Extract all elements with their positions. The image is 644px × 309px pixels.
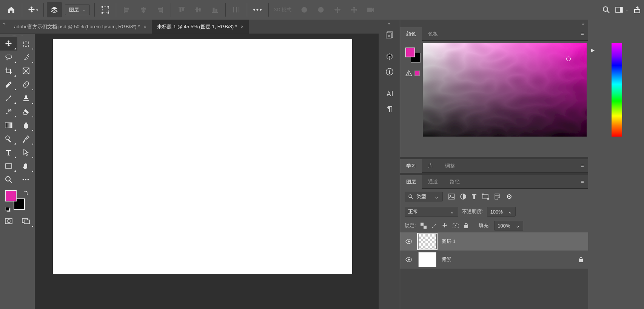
color-indicator[interactable] — [566, 57, 571, 61]
canvas-area[interactable] — [35, 34, 379, 309]
filter-shape-icon[interactable] — [482, 194, 489, 200]
visibility-icon[interactable] — [405, 257, 413, 262]
lock-move-icon[interactable] — [442, 223, 448, 229]
tab-channels[interactable]: 通道 — [422, 175, 444, 189]
panel-foreground-color[interactable] — [405, 48, 415, 57]
3d-camera-button[interactable] — [363, 2, 378, 17]
brush-tool[interactable] — [0, 91, 17, 105]
stamp-tool[interactable] — [17, 91, 35, 105]
tab-swatches[interactable]: 色板 — [422, 27, 444, 41]
color-swatches[interactable] — [5, 190, 28, 211]
default-colors-icon[interactable] — [5, 207, 11, 212]
panel-menu-icon[interactable]: ≡ — [577, 179, 588, 184]
tab-libraries[interactable]: 库 — [422, 159, 439, 173]
quick-select-tool[interactable] — [17, 51, 35, 64]
3d-pan-button[interactable] — [330, 2, 345, 17]
healing-tool[interactable] — [17, 78, 35, 91]
swap-colors-icon[interactable] — [23, 190, 29, 195]
document-tab-1[interactable]: 未标题-1 @ 45.5% (图层 1, RGB/8) * × — [152, 20, 249, 34]
quick-mask-toggle[interactable] — [0, 214, 17, 228]
info-panel-icon[interactable] — [379, 64, 400, 79]
frame-tool[interactable] — [17, 64, 35, 78]
align-top-button[interactable] — [174, 2, 189, 17]
tool-move-indicator[interactable]: ▾ — [25, 2, 40, 17]
crop-tool[interactable] — [0, 64, 17, 78]
3d-panel-icon[interactable] — [379, 49, 400, 64]
filter-image-icon[interactable] — [448, 194, 455, 200]
tab-color[interactable]: 颜色 — [400, 27, 422, 41]
blend-mode-dropdown[interactable]: 正常⌄ — [405, 207, 458, 217]
character-panel-icon[interactable] — [379, 86, 400, 101]
filter-smart-icon[interactable] — [494, 193, 500, 200]
align-v-center-button[interactable] — [191, 2, 206, 17]
expand-panels-icon[interactable]: « — [379, 20, 400, 27]
gamut-warning-icon[interactable] — [405, 70, 412, 76]
3d-roll-button[interactable] — [313, 2, 328, 17]
lasso-tool[interactable] — [0, 51, 17, 64]
edit-toolbar-button[interactable]: ••• — [17, 173, 35, 186]
filter-type-icon[interactable] — [471, 194, 477, 200]
close-tab-icon[interactable]: × — [241, 24, 244, 29]
layer-name[interactable]: 图层 1 — [442, 238, 584, 245]
align-bottom-button[interactable] — [207, 2, 222, 17]
move-tool[interactable] — [0, 37, 17, 51]
tab-layers[interactable]: 图层 — [400, 175, 422, 189]
zoom-tool[interactable] — [0, 173, 17, 186]
canvas[interactable] — [53, 39, 352, 274]
3d-slide-button[interactable] — [347, 2, 362, 17]
auto-select-toggle[interactable] — [47, 2, 62, 17]
opacity-input[interactable]: 100%⌄ — [487, 207, 516, 217]
align-right-button[interactable] — [153, 2, 168, 17]
gradient-tool[interactable] — [0, 118, 17, 132]
filter-adjust-icon[interactable] — [460, 194, 466, 200]
lock-paint-icon[interactable] — [431, 223, 437, 229]
type-tool[interactable] — [0, 146, 17, 159]
transform-controls-toggle[interactable] — [98, 2, 113, 17]
layer-name[interactable]: 背景 — [442, 256, 573, 263]
dodge-tool[interactable] — [0, 132, 17, 146]
lock-trans-icon[interactable] — [421, 223, 427, 229]
tab-handle-icon[interactable]: « — [0, 20, 9, 34]
tab-adjustments[interactable]: 调整 — [439, 159, 461, 173]
layer-filter-dropdown[interactable]: 类型 ⌄ — [405, 192, 443, 201]
search-button[interactable] — [602, 6, 610, 14]
screen-mode-button[interactable] — [17, 214, 35, 228]
history-panel-icon[interactable] — [379, 27, 400, 42]
layer-item-1[interactable]: 背景 — [400, 251, 588, 269]
gamut-swatch[interactable] — [414, 71, 420, 76]
lock-artboard-icon[interactable] — [452, 223, 459, 229]
overflow-button[interactable]: ••• — [250, 2, 265, 17]
share-button[interactable] — [633, 6, 641, 14]
visibility-icon[interactable] — [405, 239, 413, 244]
blur-tool[interactable] — [17, 118, 35, 132]
lock-all-icon[interactable] — [464, 223, 469, 229]
pen-tool[interactable] — [17, 132, 35, 146]
distribute-h-button[interactable] — [229, 2, 244, 17]
layer-item-0[interactable]: 图层 1 — [400, 232, 588, 251]
hand-tool[interactable] — [17, 159, 35, 173]
workspace-switcher[interactable]: ⌄ — [615, 7, 628, 13]
marquee-tool[interactable] — [17, 37, 35, 51]
color-field[interactable] — [423, 43, 588, 137]
close-tab-icon[interactable]: × — [143, 24, 146, 29]
eraser-tool[interactable] — [17, 105, 35, 118]
shape-tool[interactable] — [0, 159, 17, 173]
layer-thumbnail[interactable] — [418, 252, 436, 267]
hue-slider[interactable] — [612, 43, 622, 137]
align-left-button[interactable] — [119, 2, 134, 17]
collapse-panels-icon[interactable]: » — [400, 20, 588, 27]
history-brush-tool[interactable] — [0, 105, 17, 118]
align-h-center-button[interactable] — [136, 2, 151, 17]
auto-select-target-dropdown[interactable]: 图层 ⌄ — [65, 5, 90, 15]
fill-input[interactable]: 100%⌄ — [494, 221, 523, 231]
panel-menu-icon[interactable]: ≡ — [577, 31, 588, 37]
path-select-tool[interactable] — [17, 146, 35, 159]
tab-learn[interactable]: 学习 — [400, 159, 422, 173]
eyedropper-tool[interactable] — [0, 78, 17, 91]
layer-thumbnail[interactable] — [418, 234, 436, 249]
document-tab-0[interactable]: adobe官方示例文档.psd @ 50% (Lorem Ipsum, RGB/… — [9, 20, 152, 34]
filter-toggle[interactable] — [507, 194, 512, 199]
home-button[interactable] — [4, 2, 19, 17]
paragraph-panel-icon[interactable] — [379, 101, 400, 116]
foreground-color[interactable] — [5, 190, 17, 201]
